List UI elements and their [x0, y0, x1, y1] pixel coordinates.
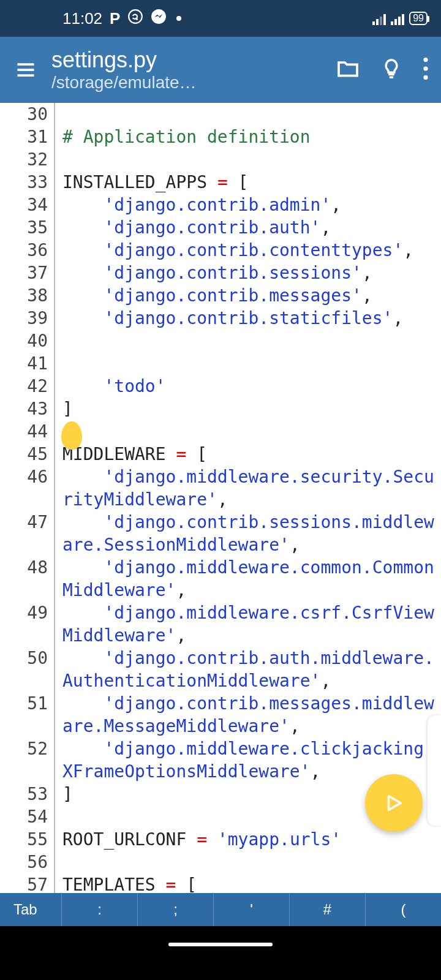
home-pill-icon[interactable]: [168, 943, 273, 946]
notification-dot-icon: [176, 16, 181, 21]
line-number: 46: [0, 466, 55, 511]
code-line[interactable]: 33INSTALLED_APPS = [: [0, 171, 441, 194]
battery-icon: 99: [409, 12, 428, 25]
code-line[interactable]: 41: [0, 352, 441, 375]
line-number: 39: [0, 307, 55, 330]
paren-key[interactable]: (: [365, 893, 441, 926]
code-content[interactable]: 'django.contrib.messages',: [55, 284, 441, 307]
code-content[interactable]: [55, 352, 441, 375]
code-content[interactable]: ROOT_URLCONF = 'myapp.urls': [55, 828, 441, 851]
line-number: 53: [0, 783, 55, 805]
line-number: 50: [0, 647, 55, 692]
pandora-icon: P: [110, 9, 120, 28]
code-line[interactable]: 43]: [0, 398, 441, 420]
messenger-icon: [151, 9, 167, 29]
code-content[interactable]: MIDDLEWARE = [: [55, 443, 441, 466]
code-line[interactable]: 42 'todo': [0, 375, 441, 398]
line-number: 44: [0, 420, 55, 443]
app-bar: settings.py /storage/emulate…: [0, 37, 441, 103]
line-number: 51: [0, 692, 55, 737]
colon-key[interactable]: :: [61, 893, 137, 926]
whatsapp-icon: [127, 9, 143, 29]
code-content[interactable]: 'django.contrib.staticfiles',: [55, 307, 441, 330]
code-line[interactable]: 38 'django.contrib.messages',: [0, 284, 441, 307]
symbol-key-row: Tab : ; ' # (: [0, 893, 441, 926]
line-number: 37: [0, 262, 55, 284]
code-line[interactable]: 55ROOT_URLCONF = 'myapp.urls': [0, 828, 441, 851]
line-number: 42: [0, 375, 55, 398]
code-line[interactable]: 56: [0, 851, 441, 873]
svg-point-4: [423, 75, 428, 80]
code-content[interactable]: 'django.contrib.auth',: [55, 216, 441, 239]
android-nav-bar[interactable]: [0, 926, 441, 963]
code-line[interactable]: 48 'django.middleware.common.CommonMiddl…: [0, 556, 441, 601]
code-line[interactable]: 32: [0, 148, 441, 171]
code-content[interactable]: 'django.middleware.security.SecurityMidd…: [55, 466, 441, 511]
line-number: 35: [0, 216, 55, 239]
code-line[interactable]: 30: [0, 103, 441, 126]
line-number: 33: [0, 171, 55, 194]
scroll-handle[interactable]: [428, 715, 441, 826]
code-line[interactable]: 50 'django.contrib.auth.middleware.Authe…: [0, 647, 441, 692]
code-content[interactable]: 'django.middleware.csrf.CsrfViewMiddlewa…: [55, 601, 441, 647]
code-line[interactable]: 49 'django.middleware.csrf.CsrfViewMiddl…: [0, 601, 441, 647]
code-content[interactable]: [55, 148, 441, 171]
code-content[interactable]: 'django.contrib.sessions',: [55, 262, 441, 284]
line-number: 52: [0, 737, 55, 783]
signal-2-icon: [391, 12, 404, 25]
code-line[interactable]: 39 'django.contrib.staticfiles',: [0, 307, 441, 330]
line-number: 45: [0, 443, 55, 466]
file-path: /storage/emulate…: [51, 73, 223, 92]
code-content[interactable]: 'django.contrib.sessions.middleware.Sess…: [55, 511, 441, 556]
status-time: 11:02: [62, 9, 102, 28]
code-content[interactable]: ]: [55, 398, 441, 420]
code-line[interactable]: 40: [0, 330, 441, 352]
line-number: 38: [0, 284, 55, 307]
code-line[interactable]: 57TEMPLATES = [: [0, 873, 441, 893]
code-content[interactable]: # Application definition: [55, 126, 441, 148]
code-line[interactable]: 51 'django.contrib.messages.middleware.M…: [0, 692, 441, 737]
line-number: 55: [0, 828, 55, 851]
line-number: 31: [0, 126, 55, 148]
line-number: 48: [0, 556, 55, 601]
code-content[interactable]: 'django.contrib.auth.middleware.Authenti…: [55, 647, 441, 692]
code-content[interactable]: TEMPLATES = [: [55, 873, 441, 893]
code-content[interactable]: 'django.contrib.messages.middleware.Mess…: [55, 692, 441, 737]
tab-key[interactable]: Tab: [0, 893, 61, 926]
code-line[interactable]: 46 'django.middleware.security.SecurityM…: [0, 466, 441, 511]
code-content[interactable]: [55, 103, 441, 126]
code-line[interactable]: 37 'django.contrib.sessions',: [0, 262, 441, 284]
status-bar: 11:02 P 99: [0, 0, 441, 37]
code-line[interactable]: 52 'django.middleware.clickjacking.XFram…: [0, 737, 441, 783]
code-line[interactable]: 47 'django.contrib.sessions.middleware.S…: [0, 511, 441, 556]
line-number: 56: [0, 851, 55, 873]
code-content[interactable]: [55, 420, 441, 443]
file-title: settings.py: [51, 47, 336, 73]
code-content[interactable]: 'django.contrib.admin',: [55, 194, 441, 216]
folder-button[interactable]: [336, 56, 360, 83]
lightbulb-button[interactable]: [380, 57, 403, 83]
line-number: 40: [0, 330, 55, 352]
code-editor[interactable]: 3031# Application definition3233INSTALLE…: [0, 103, 441, 893]
line-number: 34: [0, 194, 55, 216]
code-content[interactable]: 'todo': [55, 375, 441, 398]
code-line[interactable]: 35 'django.contrib.auth',: [0, 216, 441, 239]
cursor-handle-icon[interactable]: [61, 421, 82, 450]
code-line[interactable]: 36 'django.contrib.contenttypes',: [0, 239, 441, 262]
code-content[interactable]: [55, 330, 441, 352]
signal-1-icon: [372, 12, 386, 25]
code-content[interactable]: INSTALLED_APPS = [: [55, 171, 441, 194]
code-line[interactable]: 31# Application definition: [0, 126, 441, 148]
semicolon-key[interactable]: ;: [137, 893, 213, 926]
code-content[interactable]: 'django.middleware.common.CommonMiddlewa…: [55, 556, 441, 601]
code-line[interactable]: 34 'django.contrib.admin',: [0, 194, 441, 216]
more-button[interactable]: [423, 58, 429, 82]
line-number: 30: [0, 103, 55, 126]
quote-key[interactable]: ': [213, 893, 289, 926]
menu-button[interactable]: [6, 59, 45, 81]
code-content[interactable]: [55, 851, 441, 873]
line-number: 54: [0, 805, 55, 828]
hash-key[interactable]: #: [289, 893, 365, 926]
run-button[interactable]: [365, 774, 423, 832]
code-content[interactable]: 'django.contrib.contenttypes',: [55, 239, 441, 262]
